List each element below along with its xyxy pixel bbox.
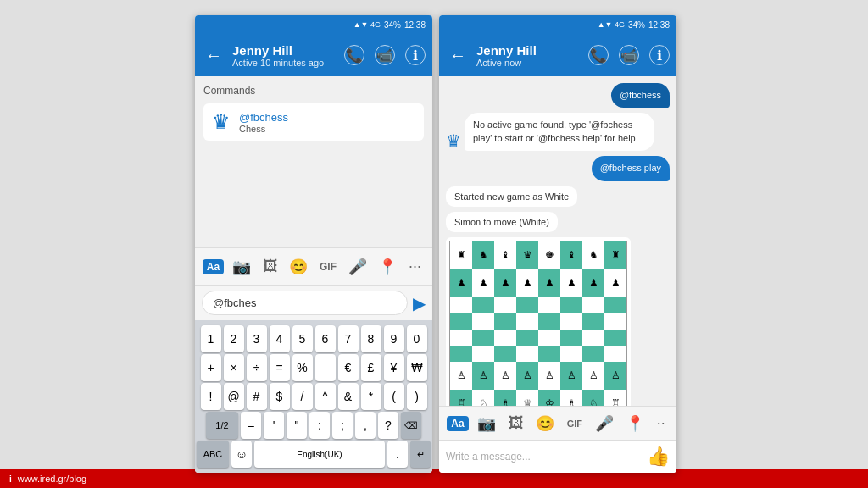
key-7[interactable]: 7 xyxy=(338,325,359,352)
video-button-right[interactable]: 📹 xyxy=(619,45,639,65)
key-yen[interactable]: ¥ xyxy=(384,354,404,381)
chess-cell[interactable]: ♙ xyxy=(582,362,604,390)
key-dollar[interactable]: $ xyxy=(270,383,290,410)
key-period[interactable]: . xyxy=(387,441,408,468)
info-button-left[interactable]: ℹ xyxy=(405,45,426,65)
key-comma[interactable]: , xyxy=(355,412,376,439)
mic-button-right[interactable]: 🎤 xyxy=(592,411,617,436)
key-semicolon[interactable]: ; xyxy=(332,412,353,439)
chess-cell[interactable]: ♗ xyxy=(560,390,582,406)
key-slash[interactable]: / xyxy=(292,383,313,410)
chess-cell[interactable] xyxy=(582,313,604,330)
send-button-left[interactable]: ▶ xyxy=(413,293,426,313)
image-button[interactable]: 🖼 xyxy=(259,254,281,279)
key-hash[interactable]: # xyxy=(247,383,267,410)
image-button-right[interactable]: 🖼 xyxy=(505,411,527,435)
chess-cell[interactable] xyxy=(516,297,538,313)
chess-cell[interactable] xyxy=(604,297,626,313)
key-6[interactable]: 6 xyxy=(315,325,336,352)
key-5[interactable]: 5 xyxy=(292,325,313,352)
mic-button[interactable]: 🎤 xyxy=(345,254,370,280)
key-emoji[interactable]: ☺ xyxy=(231,441,252,468)
chess-cell[interactable]: ♗ xyxy=(494,390,516,406)
location-button[interactable]: 📍 xyxy=(375,254,400,280)
key-percent[interactable]: % xyxy=(292,354,313,381)
chess-cell[interactable] xyxy=(494,297,516,313)
location-button-right[interactable]: 📍 xyxy=(622,411,648,436)
key-equals[interactable]: = xyxy=(270,354,290,381)
gif-button-right[interactable]: GIF xyxy=(564,415,586,432)
chess-cell[interactable] xyxy=(560,297,582,313)
key-enter[interactable]: ↵ xyxy=(410,441,431,468)
command-item-chess[interactable]: ♛ @fbchess Chess xyxy=(203,103,424,141)
chess-cell[interactable]: ♝ xyxy=(560,241,582,269)
chess-cell[interactable]: ♟ xyxy=(494,269,516,297)
key-divide[interactable]: ÷ xyxy=(247,354,267,381)
chess-cell[interactable]: ♟ xyxy=(582,269,604,297)
chess-cell[interactable]: ♙ xyxy=(538,362,560,390)
key-3[interactable]: 3 xyxy=(247,325,267,352)
chess-cell[interactable] xyxy=(538,313,560,330)
chess-cell[interactable]: ♜ xyxy=(604,241,626,269)
like-button[interactable]: 👍 xyxy=(647,446,670,468)
message-input-left[interactable]: @fbches xyxy=(202,291,408,315)
key-4[interactable]: 4 xyxy=(270,325,290,352)
chess-cell[interactable] xyxy=(582,297,604,313)
chess-cell[interactable] xyxy=(472,313,494,330)
chess-cell[interactable]: ♛ xyxy=(516,241,538,269)
phone-button-right[interactable]: 📞 xyxy=(588,45,609,65)
key-question[interactable]: ? xyxy=(378,412,398,439)
chess-cell[interactable] xyxy=(604,313,626,330)
phone-button-left[interactable]: 📞 xyxy=(344,45,364,65)
chess-cell[interactable]: ♟ xyxy=(604,269,626,297)
key-times[interactable]: × xyxy=(224,354,244,381)
chess-cell[interactable] xyxy=(560,330,582,346)
chess-cell[interactable]: ♞ xyxy=(472,241,494,269)
chess-cell[interactable]: ♙ xyxy=(604,362,626,390)
chess-cell[interactable] xyxy=(450,346,472,362)
video-button-left[interactable]: 📹 xyxy=(375,45,395,65)
more-button[interactable]: ··· xyxy=(405,254,425,279)
key-lparen[interactable]: ( xyxy=(384,383,404,410)
chess-cell[interactable] xyxy=(494,330,516,346)
chess-cell[interactable]: ♔ xyxy=(538,390,560,406)
chess-cell[interactable]: ♟ xyxy=(472,269,494,297)
chess-cell[interactable] xyxy=(604,346,626,362)
key-apos[interactable]: ' xyxy=(264,412,284,439)
key-pound[interactable]: £ xyxy=(361,354,381,381)
chess-cell[interactable] xyxy=(516,346,538,362)
chess-cell[interactable] xyxy=(604,330,626,346)
chess-cell[interactable] xyxy=(582,330,604,346)
chess-cell[interactable] xyxy=(494,346,516,362)
chess-cell[interactable] xyxy=(494,313,516,330)
chess-cell[interactable]: ♙ xyxy=(472,362,494,390)
chess-cell[interactable]: ♙ xyxy=(560,362,582,390)
key-9[interactable]: 9 xyxy=(384,325,404,352)
chess-cell[interactable] xyxy=(516,330,538,346)
chess-cell[interactable] xyxy=(472,346,494,362)
chess-cell[interactable] xyxy=(560,346,582,362)
chess-cell[interactable] xyxy=(538,297,560,313)
key-underscore[interactable]: _ xyxy=(315,354,336,381)
chess-cell[interactable]: ♟ xyxy=(560,269,582,297)
chess-cell[interactable]: ♘ xyxy=(582,390,604,406)
key-quote[interactable]: " xyxy=(287,412,307,439)
chess-cell[interactable] xyxy=(560,313,582,330)
info-button-right[interactable]: ℹ xyxy=(649,45,670,65)
emoji-button[interactable]: 😊 xyxy=(286,254,311,280)
key-backspace[interactable]: ⌫ xyxy=(401,412,421,439)
aa-button[interactable]: Aa xyxy=(203,259,224,274)
key-won[interactable]: ₩ xyxy=(407,354,427,381)
chess-cell[interactable]: ♞ xyxy=(582,241,604,269)
key-half[interactable]: 1/2 xyxy=(206,412,238,439)
key-space[interactable]: English(UK) xyxy=(254,441,385,468)
key-0[interactable]: 0 xyxy=(407,325,427,352)
chess-cell[interactable] xyxy=(538,346,560,362)
emoji-button-right[interactable]: 😊 xyxy=(532,411,558,436)
key-abc[interactable]: ABC xyxy=(197,441,229,468)
key-1[interactable]: 1 xyxy=(201,325,221,352)
key-8[interactable]: 8 xyxy=(361,325,381,352)
chess-cell[interactable]: ♙ xyxy=(450,362,472,390)
chess-cell[interactable]: ♟ xyxy=(450,269,472,297)
chess-cell[interactable]: ♖ xyxy=(604,390,626,406)
